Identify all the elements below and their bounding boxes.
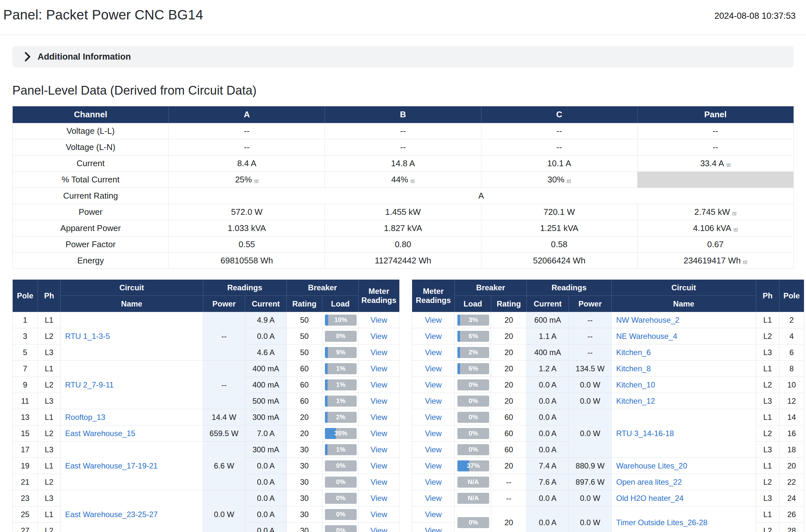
- view-link[interactable]: View: [371, 348, 387, 357]
- right-circuit-load-cell: 0%: [455, 425, 491, 442]
- load-bar: 1%: [325, 444, 357, 455]
- right-circuit-current-cell: 0.0 A: [527, 377, 569, 393]
- circuit-link[interactable]: East Warehouse_23-25-27: [65, 510, 158, 519]
- view-link[interactable]: View: [425, 413, 442, 421]
- circuit-link[interactable]: Open area lites_22: [616, 478, 682, 486]
- load-bar: 1%: [325, 363, 357, 374]
- right-circuit-header-current: Current: [527, 296, 569, 312]
- right-circuit-ph-cell: L3: [756, 344, 780, 361]
- right-circuit-pole-cell: 14: [780, 409, 804, 425]
- view-link[interactable]: View: [371, 397, 387, 405]
- circuit-link[interactable]: Rooftop_13: [65, 413, 105, 421]
- view-link[interactable]: View: [425, 445, 442, 454]
- load-bar-label: 0%: [325, 493, 357, 504]
- circuit-link[interactable]: Kitchen_10: [616, 380, 655, 389]
- panel-row: % Total Current25%ttl44%ttl30%ttl: [13, 172, 794, 188]
- view-link[interactable]: View: [371, 364, 387, 373]
- view-link[interactable]: View: [425, 316, 442, 324]
- right-circuit-load-cell: 0%: [455, 393, 491, 409]
- right-circuit-meter-readings-cell: View: [412, 344, 455, 361]
- panel-panel-cell: 33.4 Attl: [637, 155, 793, 172]
- left-circuit-pole-cell: 13: [13, 409, 38, 425]
- view-link[interactable]: View: [425, 397, 442, 405]
- circuit-link[interactable]: RTU 2_7-9-11: [65, 380, 114, 389]
- left-circuit-ph-cell: L3: [38, 393, 61, 409]
- panel-a-cell: A: [169, 188, 794, 204]
- circuit-link[interactable]: Timer Outside Lites_26-28: [616, 518, 708, 527]
- panel-channel-cell: Energy: [13, 253, 169, 269]
- view-link[interactable]: View: [425, 510, 442, 519]
- view-link[interactable]: View: [425, 332, 442, 341]
- ttl-suffix: ttl: [567, 178, 571, 184]
- right-circuit-current-cell: 0.0 A: [527, 490, 569, 507]
- circuit-link[interactable]: RTU 3_14-16-18: [616, 429, 674, 438]
- left-circuit-name-cell: RTU 1_1-3-5: [61, 312, 203, 361]
- left-circuit-header-row: NamePowerCurrentRatingLoad: [13, 296, 399, 312]
- circuit-link[interactable]: Old H2O heater_24: [616, 494, 684, 502]
- panel-b-cell: 14.8 A: [325, 155, 481, 172]
- view-link[interactable]: View: [371, 494, 387, 502]
- view-link[interactable]: View: [371, 380, 387, 389]
- circuit-link[interactable]: NE Warehouse_4: [616, 332, 677, 341]
- view-link[interactable]: View: [425, 526, 442, 532]
- right-circuit-meter-readings-cell: View: [412, 409, 455, 425]
- right-circuit-ph-cell: L2: [756, 377, 780, 393]
- left-circuit-pole-cell: 19: [13, 458, 38, 474]
- circuit-link[interactable]: Kitchen_8: [616, 364, 651, 373]
- view-link[interactable]: View: [425, 461, 442, 470]
- left-circuit-header-current: Current: [245, 296, 287, 312]
- view-link[interactable]: View: [371, 461, 387, 470]
- right-circuit-pole-cell: 16: [780, 425, 804, 442]
- panel-panel-cell: [637, 172, 793, 188]
- panel-a-cell: --: [169, 139, 325, 155]
- right-circuit-row: ViewN/A--7.6 A897.6 WOpen area lites_22L…: [412, 474, 804, 490]
- view-link[interactable]: View: [425, 348, 442, 357]
- view-link[interactable]: View: [371, 526, 387, 532]
- right-circuit-rating-cell: --: [491, 490, 527, 507]
- right-circuit-ph-cell: L2: [756, 328, 780, 344]
- circuit-link[interactable]: East Warehouse_15: [65, 429, 135, 438]
- left-circuit-load-cell: 1%: [322, 442, 359, 458]
- right-circuit-power-cell: 0.0 W: [569, 490, 612, 507]
- view-link[interactable]: View: [371, 478, 387, 486]
- additional-info-toggle[interactable]: Additional Information: [12, 46, 794, 68]
- circuit-link[interactable]: Warehouse Lites_20: [616, 461, 687, 470]
- right-circuit-rating-cell: 20: [491, 458, 527, 474]
- panel-panel-cell: 4.106 kVAttl: [637, 220, 793, 236]
- panel-panel-cell: --: [637, 123, 793, 139]
- view-link[interactable]: View: [425, 494, 442, 502]
- left-circuit-current-cell: 0.0 A: [245, 458, 287, 474]
- view-link[interactable]: View: [371, 510, 387, 519]
- view-link[interactable]: View: [371, 332, 387, 341]
- right-circuit-header-load: Load: [455, 296, 491, 312]
- view-link[interactable]: View: [425, 364, 442, 373]
- circuit-link[interactable]: RTU 1_1-3-5: [65, 332, 110, 341]
- view-link[interactable]: View: [371, 413, 387, 421]
- circuit-link[interactable]: Kitchen_6: [616, 348, 651, 357]
- view-link[interactable]: View: [371, 316, 387, 324]
- circuit-tables-area: PolePhCircuitReadingsBreakerMeter Readin…: [12, 279, 794, 532]
- left-circuit-current-cell: 0.0 A: [245, 474, 287, 490]
- right-circuit-row: View6%201.1 A--NE Warehouse_4L24: [412, 328, 804, 344]
- circuit-link[interactable]: Kitchen_12: [616, 397, 655, 405]
- right-circuit-load-cell: 0%: [455, 377, 491, 393]
- left-circuit-ph-cell: L2: [38, 522, 61, 532]
- right-circuit-ph-cell: L3: [756, 442, 780, 458]
- view-link[interactable]: View: [425, 478, 442, 486]
- circuit-link[interactable]: East Warehouse_17-19-21: [65, 461, 158, 470]
- right-circuit-header-rating: Rating: [491, 296, 527, 312]
- top-bar: Panel: Packet Power CNC BG14 2024-08-08 …: [0, 0, 806, 35]
- view-link[interactable]: View: [371, 445, 387, 454]
- load-bar: N/A: [457, 477, 489, 488]
- right-circuit-ph-cell: L1: [756, 361, 780, 377]
- chevron-right-icon: [24, 52, 31, 62]
- left-circuit-row: 1L1RTU 1_1-3-5--4.9 A5010%View: [13, 312, 399, 328]
- left-circuit-load-cell: 1%: [322, 393, 359, 409]
- right-circuit-meter-readings-cell: View: [412, 458, 455, 474]
- view-link[interactable]: View: [371, 429, 387, 438]
- view-link[interactable]: View: [425, 380, 442, 389]
- view-link[interactable]: View: [425, 429, 442, 438]
- circuit-link[interactable]: NW Warehouse_2: [616, 316, 679, 324]
- right-circuit-power-cell: 0.0 W: [569, 507, 612, 532]
- right-circuit-ph-cell: L1: [756, 507, 780, 522]
